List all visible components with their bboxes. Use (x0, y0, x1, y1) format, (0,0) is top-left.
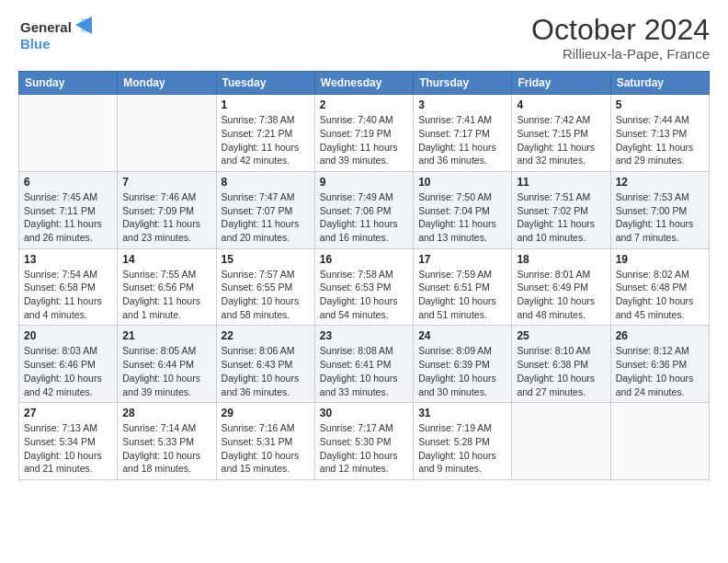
table-row: 14Sunrise: 7:55 AMSunset: 6:56 PMDayligh… (118, 248, 216, 326)
day-info: Sunrise: 7:54 AMSunset: 6:58 PMDaylight:… (24, 268, 112, 322)
calendar-header-row: Sunday Monday Tuesday Wednesday Thursday… (19, 72, 710, 95)
day-number: 21 (122, 329, 210, 342)
day-number: 10 (418, 176, 506, 189)
table-row: 4Sunrise: 7:42 AMSunset: 7:15 PMDaylight… (512, 95, 610, 172)
header-saturday: Saturday (610, 72, 709, 95)
table-row: 18Sunrise: 8:01 AMSunset: 6:49 PMDayligh… (512, 248, 610, 326)
day-info: Sunrise: 7:14 AMSunset: 5:33 PMDaylight:… (122, 421, 210, 476)
day-number: 30 (320, 407, 408, 419)
day-number: 11 (517, 176, 605, 189)
day-info: Sunrise: 7:55 AMSunset: 6:56 PMDaylight:… (122, 268, 210, 322)
calendar-week-row: 6Sunrise: 7:45 AMSunset: 7:11 PMDaylight… (19, 171, 710, 248)
calendar-week-row: 27Sunrise: 7:13 AMSunset: 5:34 PMDayligh… (19, 403, 710, 480)
title-block: October 2024 Rillieux-la-Pape, France (531, 14, 710, 62)
day-number: 29 (222, 407, 310, 419)
table-row: 1Sunrise: 7:38 AMSunset: 7:21 PMDaylight… (216, 95, 314, 172)
day-info: Sunrise: 7:17 AMSunset: 5:30 PMDaylight:… (320, 421, 408, 476)
day-number: 4 (517, 98, 605, 111)
table-row (19, 95, 118, 172)
day-info: Sunrise: 7:58 AMSunset: 6:53 PMDaylight:… (320, 268, 408, 322)
day-info: Sunrise: 8:06 AMSunset: 6:43 PMDaylight:… (222, 344, 310, 398)
day-info: Sunrise: 7:59 AMSunset: 6:51 PMDaylight:… (418, 268, 506, 322)
day-number: 8 (222, 176, 310, 189)
day-info: Sunrise: 7:40 AMSunset: 7:19 PMDaylight:… (320, 113, 408, 167)
day-info: Sunrise: 8:05 AMSunset: 6:44 PMDaylight:… (122, 344, 210, 398)
page: General Blue October 2024 Rillieux-la-Pa… (0, 0, 728, 563)
day-number: 25 (517, 329, 605, 342)
day-number: 12 (616, 176, 704, 189)
header-friday: Friday (512, 72, 610, 95)
day-number: 9 (320, 176, 408, 189)
day-number: 22 (222, 329, 310, 342)
day-number: 18 (517, 253, 605, 266)
table-row: 22Sunrise: 8:06 AMSunset: 6:43 PMDayligh… (216, 326, 314, 403)
table-row: 15Sunrise: 7:57 AMSunset: 6:55 PMDayligh… (216, 248, 314, 326)
calendar-table: Sunday Monday Tuesday Wednesday Thursday… (18, 71, 710, 480)
day-info: Sunrise: 7:47 AMSunset: 7:07 PMDaylight:… (222, 190, 310, 245)
day-info: Sunrise: 8:12 AMSunset: 6:36 PMDaylight:… (616, 344, 704, 398)
day-info: Sunrise: 7:42 AMSunset: 7:15 PMDaylight:… (517, 113, 605, 167)
day-info: Sunrise: 8:09 AMSunset: 6:39 PMDaylight:… (418, 344, 506, 398)
day-info: Sunrise: 7:45 AMSunset: 7:11 PMDaylight:… (24, 190, 112, 245)
table-row: 19Sunrise: 8:02 AMSunset: 6:48 PMDayligh… (610, 248, 709, 326)
table-row: 21Sunrise: 8:05 AMSunset: 6:44 PMDayligh… (118, 326, 216, 403)
day-info: Sunrise: 7:49 AMSunset: 7:06 PMDaylight:… (320, 190, 408, 245)
day-info: Sunrise: 8:03 AMSunset: 6:46 PMDaylight:… (24, 344, 112, 398)
table-row: 25Sunrise: 8:10 AMSunset: 6:38 PMDayligh… (512, 326, 610, 403)
day-info: Sunrise: 7:16 AMSunset: 5:31 PMDaylight:… (222, 421, 310, 476)
day-number: 27 (24, 407, 112, 419)
table-row: 2Sunrise: 7:40 AMSunset: 7:19 PMDaylight… (314, 95, 413, 172)
day-number: 20 (24, 329, 112, 342)
table-row: 12Sunrise: 7:53 AMSunset: 7:00 PMDayligh… (610, 171, 709, 248)
day-number: 28 (122, 407, 210, 419)
day-info: Sunrise: 7:57 AMSunset: 6:55 PMDaylight:… (222, 268, 310, 322)
month-title: October 2024 (531, 14, 710, 46)
table-row: 8Sunrise: 7:47 AMSunset: 7:07 PMDaylight… (216, 171, 314, 248)
header-tuesday: Tuesday (216, 72, 314, 95)
day-number: 13 (24, 253, 112, 266)
table-row: 9Sunrise: 7:49 AMSunset: 7:06 PMDaylight… (314, 171, 413, 248)
day-info: Sunrise: 8:02 AMSunset: 6:48 PMDaylight:… (616, 268, 704, 322)
day-info: Sunrise: 8:01 AMSunset: 6:49 PMDaylight:… (517, 268, 605, 322)
logo-svg: General Blue (18, 14, 101, 55)
day-number: 17 (418, 253, 506, 266)
day-number: 16 (320, 253, 408, 266)
day-number: 15 (222, 253, 310, 266)
table-row (118, 95, 216, 172)
table-row: 24Sunrise: 8:09 AMSunset: 6:39 PMDayligh… (414, 326, 512, 403)
day-info: Sunrise: 7:53 AMSunset: 7:00 PMDaylight:… (616, 190, 704, 245)
table-row: 31Sunrise: 7:19 AMSunset: 5:28 PMDayligh… (414, 403, 512, 480)
table-row: 20Sunrise: 8:03 AMSunset: 6:46 PMDayligh… (19, 326, 118, 403)
header-monday: Monday (118, 72, 216, 95)
table-row: 28Sunrise: 7:14 AMSunset: 5:33 PMDayligh… (118, 403, 216, 480)
calendar-week-row: 13Sunrise: 7:54 AMSunset: 6:58 PMDayligh… (19, 248, 710, 326)
day-number: 3 (418, 98, 506, 111)
table-row: 23Sunrise: 8:08 AMSunset: 6:41 PMDayligh… (314, 326, 413, 403)
location: Rillieux-la-Pape, France (531, 46, 710, 62)
table-row: 30Sunrise: 7:17 AMSunset: 5:30 PMDayligh… (314, 403, 413, 480)
day-info: Sunrise: 7:50 AMSunset: 7:04 PMDaylight:… (418, 190, 506, 245)
table-row: 27Sunrise: 7:13 AMSunset: 5:34 PMDayligh… (19, 403, 118, 480)
table-row (610, 403, 709, 480)
day-number: 31 (418, 407, 506, 419)
svg-text:General: General (20, 19, 72, 35)
calendar-week-row: 20Sunrise: 8:03 AMSunset: 6:46 PMDayligh… (19, 326, 710, 403)
day-number: 14 (122, 253, 210, 266)
table-row: 13Sunrise: 7:54 AMSunset: 6:58 PMDayligh… (19, 248, 118, 326)
day-info: Sunrise: 7:19 AMSunset: 5:28 PMDaylight:… (418, 421, 506, 476)
table-row: 3Sunrise: 7:41 AMSunset: 7:17 PMDaylight… (414, 95, 512, 172)
day-info: Sunrise: 7:41 AMSunset: 7:17 PMDaylight:… (418, 113, 506, 167)
day-number: 1 (222, 98, 310, 111)
header-sunday: Sunday (19, 72, 118, 95)
day-number: 2 (320, 98, 408, 111)
table-row: 10Sunrise: 7:50 AMSunset: 7:04 PMDayligh… (414, 171, 512, 248)
table-row: 17Sunrise: 7:59 AMSunset: 6:51 PMDayligh… (414, 248, 512, 326)
logo: General Blue (18, 14, 101, 59)
day-info: Sunrise: 7:46 AMSunset: 7:09 PMDaylight:… (122, 190, 210, 245)
day-info: Sunrise: 7:38 AMSunset: 7:21 PMDaylight:… (222, 113, 310, 167)
day-number: 19 (616, 253, 704, 266)
table-row: 11Sunrise: 7:51 AMSunset: 7:02 PMDayligh… (512, 171, 610, 248)
header-wednesday: Wednesday (314, 72, 413, 95)
header: General Blue October 2024 Rillieux-la-Pa… (18, 14, 710, 62)
table-row: 16Sunrise: 7:58 AMSunset: 6:53 PMDayligh… (314, 248, 413, 326)
